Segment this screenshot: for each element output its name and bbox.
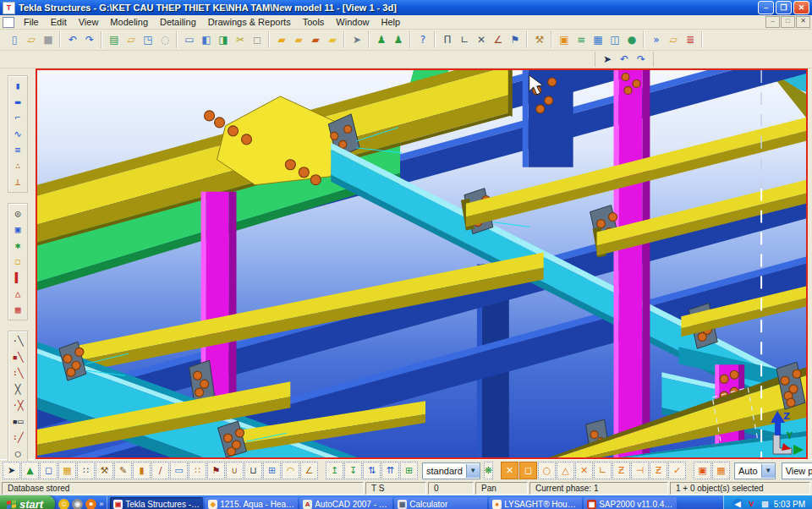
snap-endpoint-button[interactable]: ▪╲ xyxy=(9,349,26,365)
menu-drawings-reports[interactable]: Drawings & Reports xyxy=(202,16,297,28)
select-all-toggle[interactable]: ➤ xyxy=(3,462,20,479)
menu-file[interactable]: File xyxy=(18,16,45,28)
select-plates-toggle[interactable]: ▭ xyxy=(170,462,188,479)
snap-center-toggle[interactable]: ○ xyxy=(538,462,556,479)
select-arcs-toggle[interactable]: ◠ xyxy=(282,462,299,479)
ortho-toggle-toggle[interactable]: ▣ xyxy=(694,462,711,479)
close-button[interactable]: ✕ xyxy=(793,1,809,14)
create-view-button[interactable]: ▣ xyxy=(9,222,26,238)
component-catalog-button[interactable]: ▦ xyxy=(9,302,26,318)
view-window-3-button[interactable]: ◨ xyxy=(215,32,232,48)
selection-filter-combo[interactable]: standard ▼ xyxy=(422,462,480,479)
snap-intersection-button[interactable]: ╳ xyxy=(9,381,26,397)
export-button[interactable]: ▱ xyxy=(665,32,682,48)
tray-updates[interactable]: ◀ xyxy=(732,499,743,509)
measure-tool-button[interactable]: ✕ xyxy=(473,32,490,48)
start-button[interactable]: start xyxy=(0,495,55,509)
create-beam-tool-button[interactable]: ▬ xyxy=(9,94,26,110)
view-window-2-button[interactable]: ◧ xyxy=(198,32,215,48)
select-columns-toggle[interactable]: ▮ xyxy=(133,462,151,479)
hammer-tool-button[interactable]: ⚒ xyxy=(531,32,548,48)
mini-redo-button[interactable]: ↷ xyxy=(633,52,650,68)
task-lysaght[interactable]: ●LYSAGHT® House Fr... xyxy=(489,497,582,509)
phase-manager-button[interactable]: ♟ xyxy=(373,32,390,48)
snap-reference-button[interactable]: ·╲ xyxy=(9,333,26,349)
create-column-button[interactable]: ▰ xyxy=(290,32,307,48)
flag-tool-button[interactable]: ⚑ xyxy=(507,32,524,48)
quick-launch-overflow[interactable]: » xyxy=(99,500,103,508)
menu-tools[interactable]: Tools xyxy=(297,16,331,28)
cut-button[interactable]: ✂ xyxy=(232,32,249,48)
select-grids-toggle[interactable]: ⚒ xyxy=(96,462,113,479)
create-weld-button[interactable]: ⊥ xyxy=(9,174,26,190)
menu-help[interactable]: Help xyxy=(375,16,406,28)
create-slab-button[interactable]: ▰ xyxy=(324,32,341,48)
snap-any-toggle[interactable]: Ƶ xyxy=(650,462,667,479)
reports-button[interactable]: ≣ xyxy=(682,32,699,48)
select-u-bolt-toggle[interactable]: ∪ xyxy=(226,462,244,479)
snap-corner-toggle[interactable]: ∟ xyxy=(594,462,612,479)
open-folder-button[interactable]: ▱ xyxy=(123,32,140,48)
snap-perp-toggle[interactable]: ⊣ xyxy=(631,462,649,479)
grid-window-button[interactable]: ▦ xyxy=(590,32,606,48)
task-tekla[interactable]: ▣Tekla Structures - G:... xyxy=(110,497,203,509)
select-objects-up-toggle[interactable]: ↥ xyxy=(326,462,343,479)
snap-cross-toggle[interactable]: ✕ xyxy=(575,462,593,479)
task-sap2000[interactable]: ▦SAP2000 v11.0.4 Ad... xyxy=(584,497,677,509)
mdi-minimize-button[interactable]: – xyxy=(765,16,780,28)
filter-settings-button[interactable]: ❋ xyxy=(484,462,493,479)
create-plate-button[interactable]: ▰ xyxy=(307,32,324,48)
task-autocad[interactable]: AAutoCAD 2007 - [G:\... xyxy=(299,497,392,509)
undo-button[interactable]: ↶ xyxy=(64,32,81,48)
publish-web-button[interactable]: ● xyxy=(623,32,640,48)
select-grid-lines-toggle[interactable]: ✎ xyxy=(114,462,132,479)
create-column-tool-button[interactable]: ▮ xyxy=(9,78,26,94)
snap-free-toggle[interactable]: ✕ xyxy=(501,462,518,479)
select-views-toggle[interactable]: ⊞ xyxy=(263,462,281,479)
chevron-down-icon[interactable]: ▼ xyxy=(761,464,775,478)
snap-perpendicular-button[interactable]: ·╳ xyxy=(9,397,26,413)
snap-nearest-button[interactable]: ∶╱ xyxy=(9,430,26,446)
chevron-down-icon[interactable]: ▼ xyxy=(466,464,480,478)
save-model-button[interactable]: ■ xyxy=(40,32,57,48)
auto-detail-button[interactable]: ✱ xyxy=(9,238,26,254)
create-bolts-button[interactable]: ∴ xyxy=(9,158,26,174)
menu-detailing[interactable]: Detailing xyxy=(154,16,202,28)
save-database-button[interactable]: ◫ xyxy=(606,32,623,48)
mdi-restore-button[interactable]: □ xyxy=(781,16,795,28)
snap-midpoint-button[interactable]: ∶╲ xyxy=(9,365,26,381)
corner-tool-button[interactable]: ∟ xyxy=(456,32,473,48)
clash-check-button[interactable]: ▌ xyxy=(9,270,26,286)
select-assembly-up-toggle[interactable]: ⇈ xyxy=(381,462,399,479)
mini-undo-button[interactable]: ↶ xyxy=(616,52,633,68)
binoculars-button[interactable]: ◎ xyxy=(9,205,26,222)
new-model-button[interactable]: ▯ xyxy=(6,32,23,48)
ql-firefox[interactable]: ● xyxy=(85,499,96,509)
model-view-3d[interactable]: ZY xyxy=(36,68,808,459)
ql-messenger[interactable]: ☺ xyxy=(58,499,69,509)
depth-combo[interactable]: Auto ▼ xyxy=(734,462,776,479)
select-welds-toggle[interactable]: / xyxy=(151,462,169,479)
select-parts-toggle[interactable]: ▲ xyxy=(21,462,39,479)
model-canvas[interactable]: ZY xyxy=(37,70,806,457)
copy-drawing-button[interactable]: ▤ xyxy=(106,32,123,48)
part-view-button[interactable]: △ xyxy=(9,286,26,302)
more-tools-button[interactable]: » xyxy=(648,32,665,48)
tray-antivirus[interactable]: V xyxy=(746,499,757,509)
task-calculator[interactable]: ▦Calculator xyxy=(394,497,487,509)
menu-edit[interactable]: Edit xyxy=(45,16,73,28)
mdi-child-icon[interactable] xyxy=(3,17,14,28)
pick-tool-button[interactable]: ➤ xyxy=(348,32,365,48)
view-window-1-button[interactable]: ▭ xyxy=(181,32,198,48)
context-help-button[interactable]: ? xyxy=(414,32,431,48)
snap-confirm-toggle[interactable]: ✓ xyxy=(668,462,686,479)
grid-toggle-toggle[interactable]: ▦ xyxy=(712,462,730,479)
title-bar[interactable]: T Tekla Structures - G:\KET CAU THEP THI… xyxy=(0,0,812,15)
select-cursor-button[interactable]: ➤ xyxy=(599,52,616,68)
restore-button[interactable]: ❐ xyxy=(776,1,792,14)
ql-media-player[interactable]: ◉ xyxy=(72,499,83,509)
create-polybeam-button[interactable]: ⌐ xyxy=(9,110,26,126)
fence-tool-button[interactable]: Π xyxy=(439,32,456,48)
tray-display[interactable]: ▤ xyxy=(760,499,771,509)
mdi-close-button[interactable]: ✕ xyxy=(796,16,810,28)
